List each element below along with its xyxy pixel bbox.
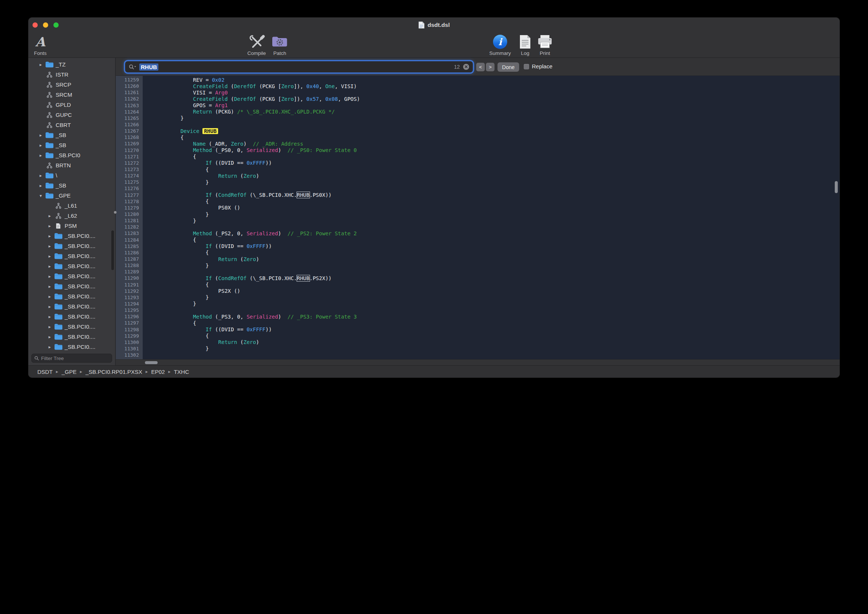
done-button[interactable]: Done [498,62,519,72]
tree-item[interactable]: ▸_SB.PCI0.... [28,281,115,291]
tree-item[interactable]: ▸_SB.PCI0.... [28,231,115,241]
disclosure-triangle-icon[interactable]: ▸ [37,133,44,138]
filter-tree-field[interactable] [31,354,112,363]
code-text: If ((DVID == 0xFFFF)) [143,160,272,166]
filter-tree-input[interactable] [41,355,109,361]
tree-item[interactable]: CBRT [28,120,115,130]
disclosure-triangle-icon[interactable]: ▸ [46,344,53,350]
tree-item[interactable]: ▸_SB.PCI0.... [28,332,115,342]
code-line: 11282 [116,224,840,230]
tree-item[interactable]: BRTN [28,160,115,170]
code-editor[interactable]: 11259 REV = 0x0211260 CreateField (Deref… [116,76,840,359]
disclosure-triangle-icon[interactable]: ▸ [37,153,44,158]
folder-icon [44,182,54,189]
folder-icon [44,61,54,68]
print-icon [537,34,553,49]
code-line: 11289 [116,268,840,275]
disclosure-triangle-icon[interactable]: ▸ [37,183,44,188]
breadcrumb-item[interactable]: _GPE [62,369,77,375]
tree-item[interactable]: ▸_SB [28,130,115,140]
disclosure-triangle-icon[interactable]: ▾ [37,193,44,198]
tree-item[interactable]: ▸_SB.PCI0.... [28,261,115,271]
line-number: 11291 [116,282,143,288]
title-bar[interactable]: dsdt.dsl [28,17,840,33]
editor-vertical-scrollbar-thumb[interactable] [835,181,838,193]
tree-item[interactable]: ▸_SB.PCI0.... [28,251,115,261]
tree-item[interactable]: _L61 [28,200,115,211]
tree-item[interactable]: ▸_SB.PCI0.... [28,322,115,332]
tree-item[interactable]: ▸_SB.PCI0.... [28,291,115,301]
breadcrumb-separator-icon: ▸ [80,369,82,374]
tree-item[interactable]: ▸_SB.PCI0.... [28,301,115,312]
method-icon [44,82,54,88]
tree-item[interactable]: ▸_SB.PCI0.... [28,312,115,322]
tree-item[interactable]: ▸_SB.PCI0.... [28,241,115,251]
breadcrumb-item[interactable]: TXHC [174,369,189,375]
tree-item-label: _SB.PCI0.... [65,344,96,350]
disclosure-triangle-icon[interactable]: ▸ [46,314,53,319]
tree-item[interactable]: ▸_SB [28,140,115,150]
code-line: 11268 { [116,134,840,140]
tree-item[interactable]: ▸_SB.PCI0.... [28,342,115,352]
disclosure-triangle-icon[interactable]: ▸ [46,334,53,340]
tree-item[interactable]: ▾_GPE [28,191,115,200]
tree-item[interactable]: ▸_SB.PCI0 [28,150,115,160]
tree-item[interactable]: ISTR [28,70,115,79]
code-line: 11292 PS2X () [116,288,840,294]
disclosure-triangle-icon[interactable]: ▸ [46,233,53,239]
disclosure-triangle-icon[interactable]: ▸ [46,284,53,289]
method-icon [44,122,54,128]
tree-item[interactable]: ▸PSM [28,221,115,231]
disclosure-triangle-icon[interactable]: ▸ [46,294,53,299]
disclosure-triangle-icon[interactable]: ▸ [46,213,53,219]
disclosure-triangle-icon[interactable]: ▸ [46,243,53,249]
tree-item[interactable]: ▸_SB.PCI0.... [28,271,115,281]
find-input[interactable]: RHUB 12 ✕ [125,61,473,73]
code-line: 11295 [116,307,840,313]
disclosure-triangle-icon[interactable]: ▸ [46,254,53,259]
tree-item[interactable]: ▸\ [28,170,115,180]
tree-item-label: GPLD [56,102,71,108]
clear-search-icon[interactable]: ✕ [463,64,469,70]
disclosure-triangle-icon[interactable]: ▸ [37,143,44,148]
find-previous-button[interactable]: < [476,63,485,71]
line-number: 11288 [116,262,143,268]
disclosure-triangle-icon[interactable]: ▸ [46,274,53,279]
disclosure-triangle-icon[interactable]: ▸ [46,264,53,269]
tree-item[interactable]: ▸_SB [28,180,115,191]
sidebar-scrollbar-thumb[interactable] [111,230,114,270]
compile-icon [248,34,265,50]
line-number: 11299 [116,333,143,339]
tree-item[interactable]: ▸_SB.PCI0.... [28,352,115,353]
code-text: } [143,346,209,352]
line-number: 11259 [116,77,143,82]
disclosure-triangle-icon[interactable]: ▸ [46,304,53,309]
line-number: 11276 [116,186,143,191]
disclosure-triangle-icon[interactable]: ▸ [37,62,44,67]
print-label: Print [540,50,550,56]
tree-item[interactable]: SRCM [28,90,115,100]
disclosure-triangle-icon[interactable]: ▸ [46,324,53,329]
breadcrumb-item[interactable]: DSDT [37,369,53,375]
tree-item-label: _SB [56,142,66,148]
splitter-handle[interactable] [114,211,116,214]
disclosure-triangle-icon[interactable]: ▸ [37,173,44,178]
editor-horizontal-scrollbar-thumb[interactable] [145,361,158,364]
line-number: 11265 [116,115,143,121]
tree-item[interactable]: GUPC [28,110,115,120]
code-line: 11301 } [116,346,840,352]
print-button[interactable]: Print [530,34,560,57]
disclosure-triangle-icon[interactable]: ▸ [46,223,53,229]
fonts-button[interactable]: A Fonts [28,34,52,57]
breadcrumb-item[interactable]: EP02 [151,369,165,375]
tree-item[interactable]: ▸_TZ [28,59,115,70]
patch-button[interactable]: Patch [265,34,294,57]
search-menu-icon[interactable] [129,64,136,70]
tree-item[interactable]: SRCP [28,79,115,90]
replace-checkbox[interactable] [524,64,529,70]
tree-item[interactable]: ▸_L62 [28,211,115,221]
tree-item-label: _SB.PCI0.... [65,243,96,249]
breadcrumb-item[interactable]: _SB.PCI0.RP01.PXSX [85,369,142,375]
find-next-button[interactable]: > [486,63,494,71]
tree-item[interactable]: GPLD [28,100,115,110]
